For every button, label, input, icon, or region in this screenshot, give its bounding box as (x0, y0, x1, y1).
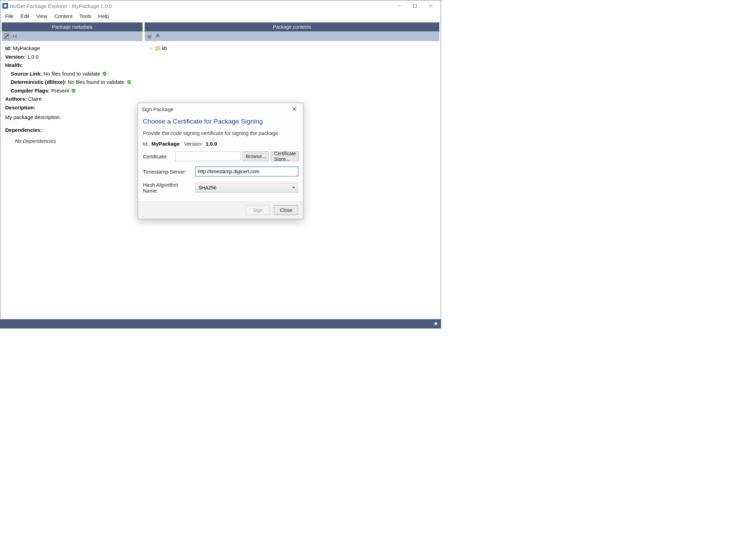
metadata-body: Id: MyPackage Version: 1.0.0 Health: Sou… (2, 41, 143, 318)
menu-help[interactable]: Help (95, 12, 113, 20)
package-contents-header: Package contents (145, 22, 439, 31)
menu-file[interactable]: File (2, 12, 17, 20)
dialog-version-label: Version: (184, 141, 203, 147)
sign-package-dialog: Sign Package Choose a Certificate for Pa… (138, 103, 303, 219)
version-value: 1.0.0 (27, 54, 38, 60)
description-value: My package description. (5, 114, 139, 121)
main-window: NuGet Package Explorer - MyPackage 1.0.0… (0, 0, 441, 328)
tree-node-lib[interactable]: ▷ lib (148, 44, 436, 53)
menu-view[interactable]: View (33, 12, 51, 20)
deterministic-value: No files found to validate (68, 79, 124, 85)
expand-all-icon[interactable] (147, 33, 152, 39)
package-metadata-header: Package metadata (2, 22, 143, 31)
version-label: Version: (5, 54, 26, 60)
view-nuspec-icon[interactable] (12, 33, 18, 39)
dependencies-label: Dependencies: (5, 126, 139, 134)
dialog-titlebar: Sign Package (138, 103, 303, 115)
certificate-input[interactable] (175, 151, 241, 161)
id-value: MyPackage (13, 45, 40, 51)
package-metadata-panel: Package metadata Id: MyPackage Version: … (2, 22, 143, 318)
sourcelink-label: Source Link: (11, 71, 42, 77)
app-icon (2, 3, 8, 9)
titlebar: NuGet Package Explorer - MyPackage 1.0.0 (0, 0, 441, 11)
close-dialog-button[interactable]: Close (274, 205, 298, 215)
dialog-title: Sign Package (141, 106, 174, 112)
shield-ok-icon (71, 88, 76, 92)
sign-button[interactable]: Sign (246, 205, 270, 215)
certificate-store-button[interactable]: Certificate Store... (271, 151, 299, 161)
metadata-toolbar (2, 31, 143, 41)
sourcelink-value: No files found to validate (43, 71, 100, 77)
dialog-version-value: 1.0.0 (206, 141, 217, 147)
deterministic-label: Deterministic (dll/exe): (11, 79, 66, 85)
dialog-id-value: MyPackage (152, 141, 180, 147)
certificate-row: Certificate: Browse... Certificate Store… (143, 151, 298, 161)
maximize-button[interactable] (407, 0, 423, 11)
dialog-close-button[interactable] (289, 104, 300, 114)
menu-content[interactable]: Content (51, 12, 76, 20)
id-label: Id: (5, 45, 11, 51)
shield-ok-icon (102, 71, 107, 76)
folder-icon (155, 46, 160, 51)
shield-ok-icon (127, 79, 131, 84)
certificate-label: Certificate: (143, 154, 173, 159)
tree-node-label: lib (162, 45, 167, 52)
authors-value: Claire (28, 96, 42, 102)
hash-label: Hash Algorithm Name: (143, 182, 193, 194)
dependencies-none: No Dependencies (5, 137, 139, 145)
dialog-body: Choose a Certificate for Package Signing… (138, 115, 303, 202)
dialog-package-info: Id: MyPackage Version: 1.0.0 (143, 141, 298, 147)
compilerflags-label: Compiler Flags: (11, 88, 50, 94)
authors-label: Authors: (5, 96, 27, 102)
svg-rect-5 (155, 47, 157, 49)
edit-metadata-icon[interactable] (4, 33, 9, 39)
dialog-heading: Choose a Certificate for Package Signing (143, 118, 298, 125)
dialog-footer: Sign Close (138, 202, 303, 219)
menu-tools[interactable]: Tools (76, 12, 95, 20)
statusbar (0, 319, 441, 328)
description-label: Description: (5, 105, 36, 110)
browse-button[interactable]: Browse... (243, 151, 269, 161)
hash-row: Hash Algorithm Name: SHA256 (143, 182, 298, 194)
menubar: File Edit View Content Tools Help (0, 11, 441, 21)
status-indicator-icon (434, 322, 437, 325)
timestamp-row: Timestamp Server: (143, 167, 298, 176)
close-button[interactable] (423, 0, 439, 11)
svg-rect-1 (413, 4, 417, 8)
dialog-id-label: Id: (143, 141, 149, 147)
collapse-all-icon[interactable] (155, 33, 160, 39)
hash-select-value: SHA256 (198, 185, 216, 190)
dialog-subtitle: Provide the code signing certificate for… (143, 130, 298, 136)
tree-expander-icon[interactable]: ▷ (149, 46, 154, 50)
window-title: NuGet Package Explorer - MyPackage 1.0.0 (10, 3, 112, 9)
hash-select[interactable]: SHA256 (195, 183, 298, 193)
timestamp-input[interactable] (195, 167, 298, 176)
contents-toolbar (145, 31, 439, 41)
timestamp-label: Timestamp Server: (143, 169, 193, 175)
health-label: Health: (5, 62, 23, 68)
minimize-button[interactable] (391, 0, 407, 11)
compilerflags-value: Present (51, 88, 69, 94)
menu-edit[interactable]: Edit (17, 12, 33, 20)
